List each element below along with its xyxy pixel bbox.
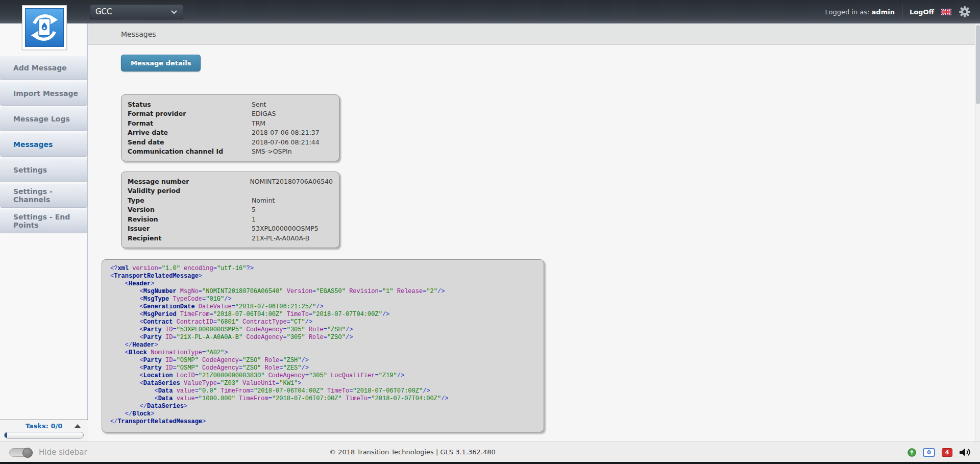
toggle-knob[interactable] bbox=[22, 448, 33, 458]
panel-row: Validity period bbox=[128, 186, 333, 196]
panel-row: Recipient21X-PL-A-A0A0A-B bbox=[128, 233, 333, 243]
sidebar-item-label: Settings - Channels bbox=[13, 187, 87, 204]
panel-row-label: Status bbox=[128, 101, 252, 108]
panel-row-label: Communication channel Id bbox=[128, 148, 252, 155]
panel-row-label: Type bbox=[128, 197, 252, 204]
logged-in-label: Logged in as: bbox=[825, 8, 869, 16]
panel-row-label: Format bbox=[128, 119, 252, 127]
chevron-down-icon bbox=[170, 10, 178, 14]
window-bottom-edge bbox=[0, 462, 980, 464]
panel-row: FormatTRM bbox=[128, 118, 333, 128]
panel-row-label: Arrive date bbox=[128, 129, 252, 136]
panel-row-value: EDIGAS bbox=[252, 110, 276, 117]
panel-row: Send date2018-07-06 08:21:44 bbox=[128, 137, 333, 147]
panel-row-label: Validity period bbox=[128, 187, 252, 194]
xml-code: <?xml version="1.0" encoding="utf-16"?> … bbox=[110, 265, 535, 426]
logoff-button[interactable]: LogOff bbox=[910, 8, 934, 16]
footer: Hide sidebar © 2018 Transition Technolog… bbox=[0, 442, 980, 462]
panel-row-value: SMS->OSPIn bbox=[252, 148, 292, 155]
sidebar-item-label: Settings bbox=[13, 166, 47, 174]
environment-select-value: GCC bbox=[95, 7, 170, 16]
content: Message details StatusSentFormat provide… bbox=[88, 45, 980, 432]
sidebar-item-add-message[interactable]: Add Message bbox=[0, 56, 87, 80]
sidebar-nav: Add MessageImport MessageMessage LogsMes… bbox=[0, 56, 87, 233]
panel-row: Version5 bbox=[128, 205, 333, 215]
sidebar-item-settings-end-points[interactable]: Settings - End Points bbox=[0, 209, 87, 233]
panel-row-label: Revision bbox=[128, 215, 252, 223]
main-area: Messages Message details StatusSentForma… bbox=[88, 23, 980, 442]
hide-sidebar-toggle[interactable] bbox=[9, 448, 33, 457]
gear-icon[interactable] bbox=[959, 6, 971, 18]
panel-row-value: 2018-07-06 08:21:44 bbox=[252, 138, 320, 146]
message-counter-badge[interactable]: 0 bbox=[923, 448, 935, 457]
message-details-button[interactable]: Message details bbox=[121, 55, 201, 71]
panel-row-label: Issuer bbox=[128, 225, 252, 232]
panel-row: Revision1 bbox=[128, 214, 333, 224]
volume-icon[interactable] bbox=[959, 448, 971, 457]
sidebar-item-label: Add Message bbox=[13, 64, 67, 72]
panel-row-value: TRM bbox=[252, 119, 265, 127]
panel-row: Communication channel IdSMS->OSPIn bbox=[128, 147, 333, 157]
panel-row: Arrive date2018-07-06 08:21:37 bbox=[128, 128, 333, 138]
app-logo bbox=[22, 5, 67, 50]
panel-row-value: 2018-07-06 08:21:37 bbox=[252, 129, 320, 136]
panel-row: TypeNomint bbox=[128, 196, 333, 205]
hide-sidebar-label: Hide sidebar bbox=[39, 448, 87, 457]
vertical-scrollbar[interactable] bbox=[975, 23, 980, 442]
panel-row: Issuer53XPL000000OSMP5 bbox=[128, 224, 333, 234]
sidebar-item-label: Messages bbox=[13, 140, 53, 149]
panel-row-label: Recipient bbox=[128, 234, 252, 242]
panel-row-value: Nomint bbox=[252, 197, 275, 204]
tasks-progress-bar bbox=[4, 432, 84, 438]
status-panel: StatusSentFormat providerEDIGASFormatTRM… bbox=[121, 94, 339, 161]
status-online-icon[interactable] bbox=[908, 448, 916, 457]
tasks-progress-fill bbox=[5, 432, 7, 438]
sidebar-item-label: Message Logs bbox=[13, 115, 70, 123]
panel-row-value: NOMINT20180706A06540 bbox=[250, 178, 333, 185]
top-bar: GCC Logged in as: admin LogOff bbox=[0, 0, 980, 23]
panel-row-value: 1 bbox=[252, 215, 256, 223]
alert-counter-badge[interactable]: 4 bbox=[942, 448, 952, 457]
sidebar: Add MessageImport MessageMessage LogsMes… bbox=[0, 23, 88, 442]
sidebar-item-settings[interactable]: Settings bbox=[0, 158, 87, 182]
sidebar-item-messages[interactable]: Messages bbox=[0, 133, 87, 157]
panel-row-label: Send date bbox=[128, 138, 252, 146]
sidebar-item-settings-channels[interactable]: Settings - Channels bbox=[0, 184, 87, 208]
sidebar-item-import-message[interactable]: Import Message bbox=[0, 82, 87, 106]
panel-row-label: Message number bbox=[128, 178, 250, 185]
logged-in-status: Logged in as: admin bbox=[825, 8, 894, 16]
panel-row-value: 53XPL000000OSMP5 bbox=[252, 225, 318, 232]
username: admin bbox=[872, 8, 895, 16]
panel-row: StatusSent bbox=[128, 100, 333, 109]
environment-select[interactable]: GCC bbox=[90, 4, 183, 19]
panel-row-value: Sent bbox=[252, 101, 266, 108]
sidebar-item-label: Import Message bbox=[13, 89, 78, 97]
tasks-panel: Tasks: 0/0 bbox=[0, 420, 88, 442]
scrollbar-thumb[interactable] bbox=[976, 25, 980, 104]
gas-document-sync-icon bbox=[26, 9, 63, 46]
xml-panel: <?xml version="1.0" encoding="utf-16"?> … bbox=[102, 259, 544, 432]
panel-row: Format providerEDIGAS bbox=[128, 109, 333, 119]
breadcrumb: Messages bbox=[88, 23, 980, 45]
topbar-divider bbox=[902, 5, 902, 19]
panel-row-value: 5 bbox=[252, 206, 256, 213]
sidebar-item-message-logs[interactable]: Message Logs bbox=[0, 107, 87, 131]
uk-flag-icon[interactable] bbox=[941, 9, 951, 15]
copyright-text: © 2018 Transition Technologies | GLS 3.1… bbox=[329, 448, 496, 456]
page-title: Messages bbox=[121, 30, 156, 38]
collapse-up-icon[interactable] bbox=[75, 424, 81, 428]
panel-row-value: 21X-PL-A-A0A0A-B bbox=[252, 234, 309, 242]
message-panel: Message numberNOMINT20180706A06540Validi… bbox=[121, 172, 339, 248]
tasks-label: Tasks: 0/0 bbox=[26, 422, 63, 430]
panel-row: Message numberNOMINT20180706A06540 bbox=[128, 177, 333, 186]
panel-row-label: Format provider bbox=[128, 110, 252, 117]
sidebar-item-label: Settings - End Points bbox=[13, 213, 87, 229]
panel-row-label: Version bbox=[128, 206, 252, 213]
